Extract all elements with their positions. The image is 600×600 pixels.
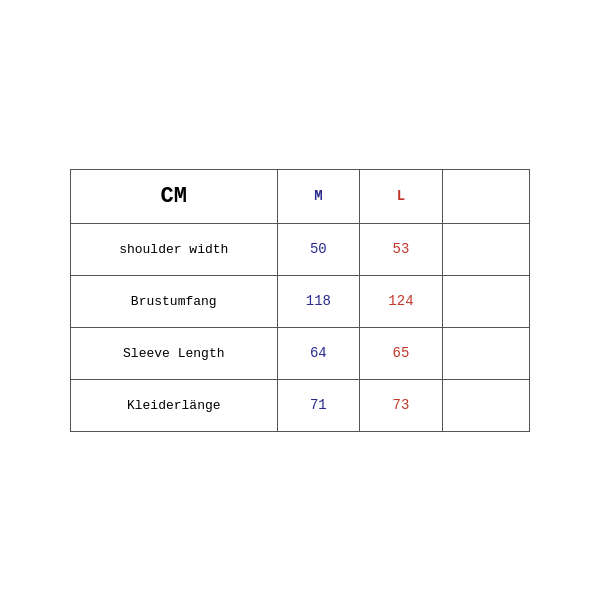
table-row: Brustumfang118124 [71,275,530,327]
extra-header [442,169,529,223]
unit-header: CM [71,169,278,223]
row-extra-0 [442,223,529,275]
row-extra-2 [442,327,529,379]
row-l-value-3: 73 [360,379,443,431]
size-table-container: CM M L shoulder width5053Brustumfang1181… [70,169,530,432]
row-extra-1 [442,275,529,327]
row-m-value-1: 118 [277,275,360,327]
table-row: shoulder width5053 [71,223,530,275]
row-extra-3 [442,379,529,431]
row-label-1: Brustumfang [71,275,278,327]
table-row: Kleiderlänge7173 [71,379,530,431]
row-m-value-0: 50 [277,223,360,275]
l-header: L [360,169,443,223]
size-table: CM M L shoulder width5053Brustumfang1181… [70,169,530,432]
table-header-row: CM M L [71,169,530,223]
row-label-0: shoulder width [71,223,278,275]
row-label-2: Sleeve Length [71,327,278,379]
row-l-value-0: 53 [360,223,443,275]
m-header: M [277,169,360,223]
row-m-value-2: 64 [277,327,360,379]
row-l-value-2: 65 [360,327,443,379]
row-label-3: Kleiderlänge [71,379,278,431]
row-m-value-3: 71 [277,379,360,431]
table-row: Sleeve Length6465 [71,327,530,379]
row-l-value-1: 124 [360,275,443,327]
